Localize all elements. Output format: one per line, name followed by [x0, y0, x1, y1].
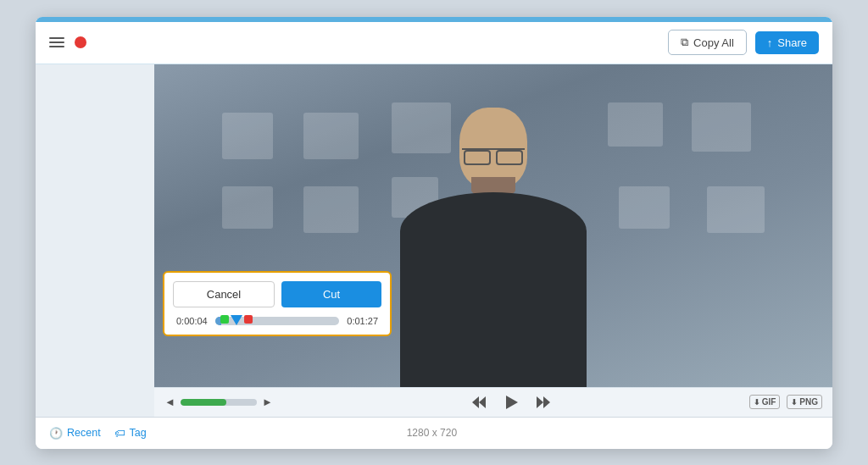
person-silhouette: [375, 99, 612, 387]
gif-button[interactable]: ⬇ GIF: [749, 395, 781, 409]
cut-popup-buttons: Cancel Cut: [173, 281, 381, 307]
volume-right-icon[interactable]: ►: [262, 396, 273, 408]
share-icon: ↑: [767, 36, 773, 49]
video-background: [154, 64, 832, 387]
recent-icon: 🕐: [49, 427, 63, 440]
video-frame[interactable]: Cancel Cut 0:00:04: [154, 64, 832, 387]
person-head: [459, 108, 527, 188]
header-right: ⧉ Copy All ↑ Share: [668, 30, 819, 55]
skip-back-icon: [470, 393, 488, 412]
svg-marker-0: [472, 396, 479, 408]
tag-label: Tag: [130, 427, 147, 439]
resolution-label: 1280 x 720: [407, 427, 457, 439]
share-label: Share: [777, 36, 807, 49]
total-time: 0:01:27: [342, 316, 378, 326]
copy-all-label: Copy All: [693, 36, 734, 49]
tag-item[interactable]: 🏷 Tag: [114, 427, 147, 440]
video-area: Cancel Cut 0:00:04: [154, 64, 832, 417]
current-time: 0:00:04: [176, 316, 212, 326]
hamburger-icon[interactable]: [49, 37, 64, 47]
sidebar-left: [36, 64, 154, 417]
person-glasses: [462, 148, 525, 162]
svg-marker-1: [479, 396, 486, 408]
footer-resolution: 1280 x 720: [407, 427, 457, 439]
cut-popup: Cancel Cut 0:00:04: [163, 271, 392, 336]
tag-icon: 🏷: [114, 427, 125, 440]
marker-end: [244, 315, 253, 324]
volume-fill: [181, 399, 226, 406]
play-button[interactable]: [502, 393, 520, 412]
cut-button[interactable]: Cut: [281, 281, 381, 307]
recent-item[interactable]: 🕐 Recent: [49, 427, 101, 440]
download-gif-icon: ⬇: [754, 398, 760, 407]
header: ⧉ Copy All ↑ Share: [36, 22, 832, 64]
controls-left: ◄ ►: [164, 396, 273, 408]
recent-label: Recent: [67, 427, 101, 439]
copy-icon: ⧉: [681, 36, 688, 49]
volume-left-icon[interactable]: ◄: [164, 396, 175, 408]
svg-marker-3: [537, 396, 543, 408]
record-button[interactable]: [75, 36, 86, 48]
timeline-track[interactable]: [215, 317, 339, 325]
main-controls: ◄ ►: [154, 387, 832, 417]
png-label: PNG: [799, 397, 818, 407]
copy-all-button[interactable]: ⧉ Copy All: [668, 30, 747, 55]
marker-playhead: [231, 315, 242, 325]
svg-marker-2: [506, 396, 518, 409]
png-button[interactable]: ⬇ PNG: [787, 395, 822, 409]
footer-left: 🕐 Recent 🏷 Tag: [49, 427, 147, 440]
footer-bar: 🕐 Recent 🏷 Tag 1280 x 720: [36, 417, 832, 449]
share-button[interactable]: ↑ Share: [755, 31, 819, 54]
skip-back-button[interactable]: [470, 393, 488, 412]
marker-start: [220, 315, 229, 324]
controls-right: ⬇ GIF ⬇ PNG: [749, 395, 822, 409]
timeline-markers: [220, 313, 253, 325]
controls-bar: ◄ ►: [154, 387, 832, 417]
play-icon: [502, 393, 520, 412]
volume-track[interactable]: [181, 399, 257, 406]
header-left: [49, 36, 86, 48]
person-body: [400, 192, 587, 387]
download-png-icon: ⬇: [791, 398, 798, 407]
main-content: Cancel Cut 0:00:04: [36, 64, 832, 417]
skip-forward-button[interactable]: [534, 393, 553, 412]
popup-timeline: 0:00:04 0:01:27: [173, 316, 381, 326]
controls-center: [470, 393, 553, 412]
skip-forward-icon: [534, 393, 553, 412]
cancel-button[interactable]: Cancel: [173, 281, 275, 307]
svg-marker-4: [543, 396, 550, 408]
gif-label: GIF: [762, 397, 776, 407]
